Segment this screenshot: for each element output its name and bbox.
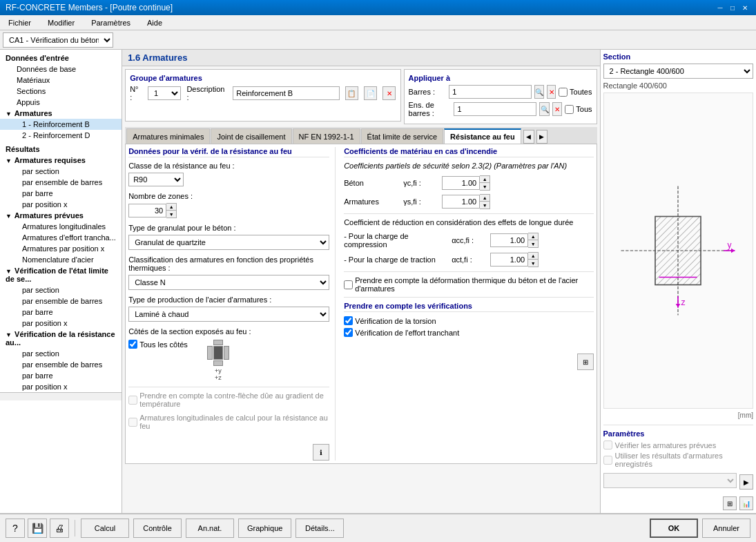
compression-up[interactable]: ▲ [528,233,538,240]
nb-zones-input[interactable] [128,204,166,217]
nb-zones-up[interactable]: ▲ [166,204,176,211]
verifier-checkbox[interactable] [603,441,612,449]
tab-nf-en[interactable]: NF EN 1992-1-1 [293,128,360,144]
deformation-label[interactable]: Prendre en compte la déformation thermiq… [344,276,593,293]
compression-input[interactable] [490,233,528,247]
tree-res-par-barre[interactable]: par barre [0,370,122,381]
traction-up[interactable]: ▲ [528,253,538,260]
close-button[interactable]: ✕ [739,2,750,13]
tree-donnees-base[interactable]: Données de base [0,64,122,75]
tree-sections[interactable]: Sections [0,86,122,97]
tree-etat-limite-group[interactable]: ▼ Vérification de l'état limite de se... [0,265,122,284]
annat-btn[interactable]: An.nat. [186,519,234,538]
controle-btn[interactable]: Contrôle [133,519,182,538]
armatures-down[interactable]: ▼ [480,202,490,209]
maximize-button[interactable]: □ [727,2,738,13]
minimize-button[interactable]: ─ [715,2,726,13]
beton-down[interactable]: ▼ [480,183,490,190]
right-icon-btn1[interactable]: ⊞ [723,496,737,510]
tree-par-pos[interactable]: Armatures par position x [0,243,122,254]
traction-down[interactable]: ▼ [528,260,538,267]
ens-btn2[interactable]: ✕ [552,102,562,116]
torsion-label[interactable]: Vérification de la torsion [344,316,436,325]
tree-armatures-requises-group[interactable]: ▼ Armatures requises [0,155,122,166]
granulat-select[interactable]: Granulat de quartzite [128,235,329,250]
graphique-btn[interactable]: Graphique [238,519,291,538]
tree-req-par-barre[interactable]: par barre [0,188,122,199]
tab-resistance-feu[interactable]: Résistance au feu [444,128,521,144]
tree-el-par-section[interactable]: par section [0,284,122,296]
details-btn[interactable]: Détails... [295,519,344,538]
tree-el-par-ensemble[interactable]: par ensemble de barres [0,296,122,307]
menu-fichier[interactable]: Fichier [3,17,37,28]
desc-input[interactable] [233,86,339,100]
classif-select[interactable]: Classe N [128,275,329,290]
menu-aide[interactable]: Aide [142,17,168,28]
ok-btn[interactable]: OK [650,519,698,538]
tree-reinforcement-d[interactable]: 2 - Reinforcement D [0,130,122,141]
tree-resistance-group[interactable]: ▼ Vérification de la résistance au... [0,329,122,348]
menu-parametres[interactable]: Paramètres [86,17,136,28]
contre-fleche-checkbox[interactable] [128,396,137,405]
compression-down[interactable]: ▼ [528,240,538,247]
armatures-input[interactable] [442,195,480,209]
ens-btn1[interactable]: 🔍 [539,102,549,116]
beton-up[interactable]: ▲ [480,176,490,183]
effort-checkbox[interactable] [344,328,353,337]
save-btn[interactable]: 💾 [28,519,47,538]
tree-effort[interactable]: Armatures d'effort trancha... [0,232,122,243]
tree-res-par-position[interactable]: par position x [0,381,122,392]
tree-nomen[interactable]: Nomenclature d'acier [0,254,122,265]
ens-input[interactable] [454,102,536,116]
tous-check-label[interactable]: Tous [565,105,592,114]
menu-modifier[interactable]: Modifier [42,17,80,28]
info-btn[interactable]: ℹ [313,444,329,461]
barres-btn1[interactable]: 🔍 [534,85,544,99]
tab-next-btn[interactable]: ▶ [536,130,547,144]
case-dropdown[interactable]: CA1 - Vérification du béton arm [3,32,113,48]
param-select[interactable] [603,473,737,488]
delete-btn[interactable]: ✕ [382,86,396,100]
effort-label[interactable]: Vérification de l'effort tranchant [344,328,459,337]
tree-reinforcement-b[interactable]: 1 - Reinforcement B [0,119,122,130]
tous-cotes-checkbox[interactable] [128,340,137,349]
armatures-long-label[interactable]: Armatures longitudinales de calcul pour … [128,414,329,430]
section-select[interactable]: 2 - Rectangle 400/600 [603,64,753,79]
tab-joint-cisaillement[interactable]: Joint de cisaillement [211,128,291,144]
tree-armatures-group[interactable]: ▼ Armatures [0,108,122,119]
copy-btn[interactable]: 📋 [345,86,358,100]
nb-zones-down[interactable]: ▼ [166,211,176,217]
traction-input[interactable] [490,253,528,267]
beton-input[interactable] [442,176,480,190]
param-btn[interactable]: ▶ [739,474,753,490]
tab-etat-limite[interactable]: État limite de service [361,128,443,144]
help-btn[interactable]: ? [6,519,25,538]
tree-req-par-section[interactable]: par section [0,166,122,177]
tab-prev-btn[interactable]: ◀ [523,130,534,144]
classe-select[interactable]: R90 [128,173,184,186]
calcul-btn[interactable]: Calcul [81,519,129,538]
right-icon-btn2[interactable]: 📊 [739,496,753,510]
left-panel-scroll[interactable] [0,392,122,400]
tree-el-par-position[interactable]: par position x [0,318,122,329]
utiliser-checkbox[interactable] [603,456,612,465]
armatures-up[interactable]: ▲ [480,195,490,202]
annuler-btn[interactable]: Annuler [702,519,750,538]
barres-input[interactable] [449,85,532,99]
barres-btn2[interactable]: ✕ [547,85,556,99]
print-btn[interactable]: 🖨 [50,519,69,538]
n-select[interactable]: 1 [148,86,181,100]
tree-appuis[interactable]: Appuis [0,97,122,108]
contre-fleche-label[interactable]: Prendre en compte la contre-flèche dûe a… [128,391,329,408]
tree-long[interactable]: Armatures longitudinales [0,221,122,232]
tous-checkbox[interactable] [565,105,574,114]
toutes-checkbox[interactable] [559,88,568,97]
armatures-long-checkbox[interactable] [128,418,137,427]
tab-armatures-minimales[interactable]: Armatures minimales [126,128,210,144]
deformation-checkbox[interactable] [344,280,353,289]
toutes-check-label[interactable]: Toutes [559,88,592,97]
tree-res-par-section[interactable]: par section [0,348,122,359]
tree-el-par-barre[interactable]: par barre [0,307,122,318]
tree-materiaux[interactable]: Matériaux [0,75,122,86]
tree-req-par-ensemble[interactable]: par ensemble de barres [0,177,122,188]
